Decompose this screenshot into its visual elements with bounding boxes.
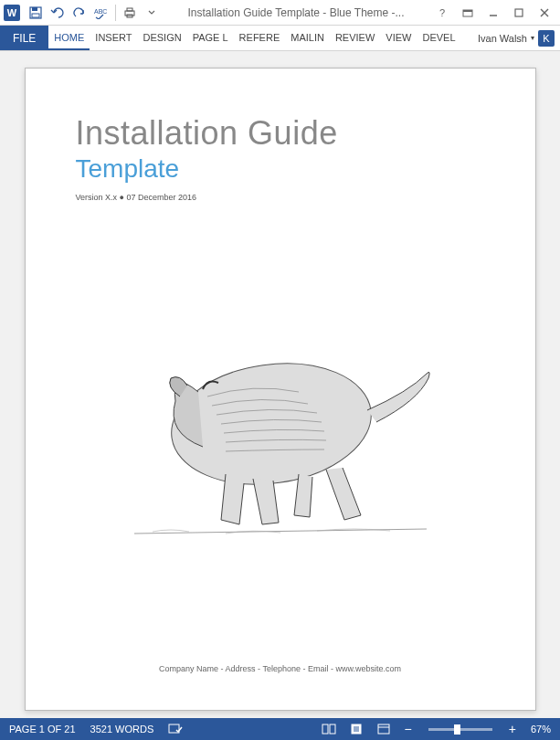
quick-print-button[interactable] (120, 3, 140, 23)
ribbon-display-button[interactable] (456, 3, 480, 23)
read-mode-button[interactable] (319, 721, 339, 737)
svg-rect-5 (127, 8, 132, 11)
maximize-button[interactable] (507, 3, 531, 23)
document-footer: Company Name - Address - Telephone - Ema… (76, 664, 485, 682)
svg-rect-1 (32, 7, 37, 11)
tab-home[interactable]: HOME (48, 26, 90, 50)
spellcheck-status-button[interactable] (164, 718, 186, 740)
tab-view[interactable]: VIEW (380, 26, 417, 50)
tab-design[interactable]: DESIGN (137, 26, 186, 50)
document-version-line: Version X.x ● 07 December 2016 (76, 193, 485, 202)
zoom-slider[interactable] (428, 728, 492, 731)
tab-refere[interactable]: REFERE (234, 26, 286, 50)
zoom-slider-thumb[interactable] (454, 724, 460, 735)
help-button[interactable]: ? (430, 3, 454, 23)
page-number-indicator[interactable]: PAGE 1 OF 21 (5, 718, 79, 740)
status-bar: PAGE 1 OF 21 3521 WORDS − + 67% (0, 718, 560, 740)
svg-rect-10 (515, 9, 523, 16)
svg-rect-17 (330, 724, 335, 734)
qat-customize-button[interactable] (142, 3, 162, 23)
spellcheck-button[interactable]: ABC (91, 3, 111, 23)
user-account-button[interactable]: Ivan Walsh ▾ K (472, 26, 560, 50)
document-page: Installation Guide Template Version X.x … (25, 68, 536, 711)
word-count-indicator[interactable]: 3521 WORDS (87, 718, 158, 740)
svg-line-14 (134, 529, 427, 534)
document-illustration (76, 220, 485, 646)
svg-text:ABC: ABC (94, 8, 107, 15)
user-avatar: K (538, 30, 555, 47)
window-title: Installation Guide Template - Blue Theme… (164, 6, 428, 19)
file-tab[interactable]: FILE (0, 26, 48, 50)
close-button[interactable] (533, 3, 556, 23)
print-layout-button[interactable] (346, 721, 366, 737)
tab-page-l[interactable]: PAGE L (187, 26, 234, 50)
svg-rect-22 (378, 724, 389, 734)
toolbar-separator (115, 5, 116, 21)
quick-access-toolbar: W ABC Installation Guide Template - Blue… (0, 0, 560, 26)
redo-button[interactable] (69, 3, 90, 23)
undo-button[interactable] (48, 3, 68, 23)
tab-mailin[interactable]: MAILIN (285, 26, 330, 50)
tab-insert[interactable]: INSERT (90, 26, 137, 50)
save-button[interactable] (26, 3, 46, 23)
word-app-icon: W (4, 5, 20, 21)
document-workspace[interactable]: Installation Guide Template Version X.x … (0, 51, 560, 718)
svg-rect-16 (322, 724, 328, 734)
bison-illustration (116, 305, 445, 561)
minimize-button[interactable] (481, 3, 505, 23)
web-layout-button[interactable] (374, 721, 394, 737)
zoom-out-button[interactable]: − (401, 723, 416, 735)
user-name-label: Ivan Walsh (478, 33, 527, 44)
svg-rect-8 (463, 10, 472, 12)
document-subtitle: Template (76, 154, 485, 184)
document-title: Installation Guide (76, 114, 485, 153)
chevron-down-icon: ▾ (531, 34, 534, 42)
tab-devel[interactable]: DEVEL (417, 26, 460, 50)
tab-review[interactable]: REVIEW (330, 26, 380, 50)
ribbon-tabs: FILE HOMEINSERTDESIGNPAGE LREFEREMAILINR… (0, 26, 560, 51)
svg-rect-2 (32, 14, 39, 17)
zoom-level-button[interactable]: 67% (527, 718, 555, 740)
zoom-in-button[interactable]: + (505, 723, 520, 735)
